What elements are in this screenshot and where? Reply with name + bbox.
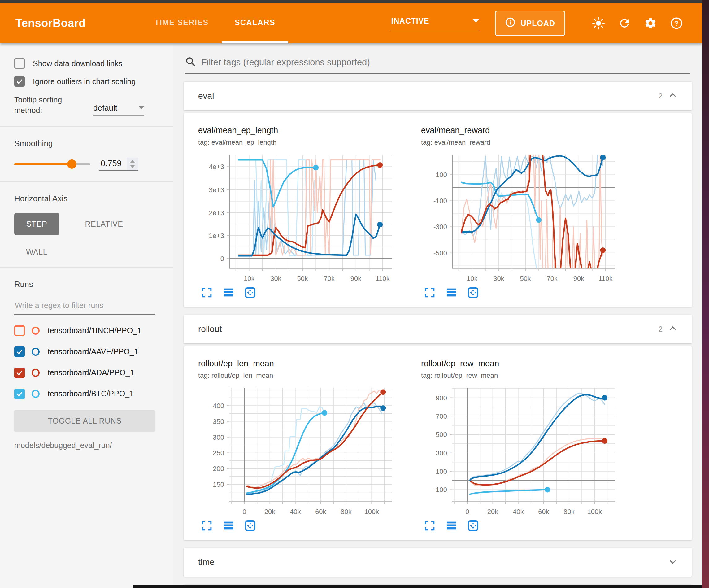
chart-card-rollout-ep-rew-mean: rollout/ep_rew_mean tag: rollout/ep_rew_… [421, 359, 619, 532]
settings-gear-icon[interactable] [644, 16, 658, 30]
svg-text:1e+3: 1e+3 [209, 232, 224, 240]
run-checkbox[interactable] [14, 367, 25, 378]
status-dropdown[interactable]: INACTIVE [391, 17, 479, 30]
slider-fill [14, 163, 72, 165]
svg-text:4e+3: 4e+3 [209, 163, 224, 171]
section-title: rollout [198, 324, 222, 334]
svg-text:90k: 90k [350, 275, 362, 282]
smoothing-input[interactable] [99, 158, 127, 170]
expand-chart-icon[interactable] [423, 286, 436, 299]
svg-text:0: 0 [465, 508, 469, 515]
runs-list-icon[interactable] [222, 519, 235, 532]
section-header-rollout[interactable]: rollout 2 [184, 315, 692, 343]
chart-plot[interactable]: 100-100-300-50010k30k50k70k90k110k [421, 151, 619, 286]
toggle-all-runs-button[interactable]: TOGGLE ALL RUNS [14, 410, 155, 432]
smoothing-section: Smoothing [0, 126, 174, 181]
chart-card-rollout-ep-len-mean: rollout/ep_len_mean tag: rollout/ep_len_… [198, 359, 396, 532]
chart-tag: tag: eval/mean_ep_length [198, 138, 396, 147]
run-row[interactable]: tensorboard/BTC/PPO_1 [14, 389, 174, 399]
tooltip-sorting-select[interactable]: default [93, 103, 144, 116]
chart-card-eval-mean-ep-length: eval/mean_ep_length tag: eval/mean_ep_le… [198, 126, 396, 299]
haxis-relative-button[interactable]: RELATIVE [76, 220, 132, 229]
show-download-links-checkbox[interactable]: Show data download links [14, 58, 174, 69]
section-header-eval[interactable]: eval 2 [184, 82, 692, 110]
chevron-down-icon[interactable] [668, 557, 677, 567]
help-icon[interactable]: ? [669, 16, 684, 30]
run-checkbox[interactable] [14, 347, 25, 357]
svg-text:-300: -300 [434, 223, 447, 231]
section-header-time[interactable]: time [184, 548, 692, 577]
svg-text:20k: 20k [264, 508, 275, 515]
run-row[interactable]: tensorboard/1INCH/PPO_1 [14, 326, 174, 336]
fit-domain-icon[interactable] [244, 286, 256, 299]
stepper-down-icon[interactable] [130, 165, 135, 168]
tag-filter-input[interactable] [201, 57, 690, 68]
svg-text:100: 100 [436, 467, 447, 475]
desktop-background-strip [702, 0, 709, 588]
svg-text:40k: 40k [513, 508, 524, 515]
runs-filter-input[interactable] [14, 299, 155, 315]
svg-text:80k: 80k [563, 508, 575, 515]
runs-list-icon[interactable] [222, 286, 235, 299]
info-icon [505, 17, 516, 29]
haxis-wall-button[interactable]: WALL [14, 248, 59, 257]
ignore-outliers-checkbox[interactable]: Ignore outliers in chart scaling [14, 76, 174, 87]
svg-text:70k: 70k [547, 275, 558, 282]
checkbox-label: Ignore outliers in chart scaling [33, 77, 136, 86]
chevron-up-icon[interactable] [668, 324, 677, 334]
appbar-actions: INACTIVE UPLOAD ? [391, 10, 684, 36]
chevron-up-icon[interactable] [668, 91, 677, 101]
slider-thumb[interactable] [67, 159, 77, 169]
svg-text:250: 250 [213, 449, 224, 457]
run-color-swatch [32, 390, 40, 398]
run-color-swatch [32, 327, 40, 335]
smoothing-slider[interactable] [14, 163, 90, 165]
run-row[interactable]: tensorboard/ADA/PPO_1 [14, 367, 174, 378]
tab-bar: TIME SERIES SCALARS [141, 3, 288, 43]
runs-list-icon[interactable] [445, 286, 457, 299]
svg-text:100k: 100k [364, 508, 379, 515]
checkbox-icon[interactable] [14, 58, 25, 69]
smoothing-stepper[interactable] [127, 158, 138, 170]
svg-text:350: 350 [213, 418, 224, 426]
chart-plot[interactable]: 01e+32e+33e+34e+310k30k50k70k90k110k [198, 151, 396, 286]
chart-tag: tag: rollout/ep_len_mean [198, 372, 396, 380]
expand-chart-icon[interactable] [201, 286, 213, 299]
svg-text:70k: 70k [324, 275, 335, 282]
checkbox-icon[interactable] [14, 76, 25, 87]
chart-card-eval-mean-reward: eval/mean_reward tag: eval/mean_reward 1… [421, 126, 619, 299]
smoothing-numbox [99, 158, 138, 171]
brightness-icon[interactable] [592, 16, 606, 30]
expand-chart-icon[interactable] [423, 519, 436, 532]
fit-domain-icon[interactable] [244, 519, 256, 532]
chart-plot[interactable]: 150200250300350400020k40k60k80k100k [198, 384, 396, 519]
chart-tag: tag: rollout/ep_rew_mean [421, 372, 619, 380]
svg-text:300: 300 [213, 434, 224, 441]
horizontal-axis-section: Horizontal Axis STEP RELATIVE WALL [0, 181, 174, 267]
stepper-up-icon[interactable] [130, 160, 135, 163]
svg-text:60k: 60k [315, 508, 326, 515]
svg-text:0: 0 [220, 255, 224, 262]
haxis-step-button[interactable]: STEP [14, 213, 59, 235]
chart-plot[interactable]: -100100300500700900020k40k60k80k100k [421, 384, 619, 519]
fit-domain-icon[interactable] [467, 519, 479, 532]
refresh-icon[interactable] [618, 16, 632, 30]
run-checkbox[interactable] [14, 389, 25, 399]
svg-text:?: ? [674, 20, 678, 27]
run-label: tensorboard/1INCH/PPO_1 [48, 326, 141, 335]
tooltip-sorting-label: Tooltip sorting method: [14, 95, 87, 116]
section-body-eval: eval/mean_ep_length tag: eval/mean_ep_le… [184, 113, 692, 307]
appbar: TensorBoard TIME SERIES SCALARS INACTIVE… [0, 3, 702, 43]
fit-domain-icon[interactable] [467, 286, 479, 299]
expand-chart-icon[interactable] [201, 519, 213, 532]
run-row[interactable]: tensorboard/AAVE/PPO_1 [14, 347, 174, 357]
runs-list-icon[interactable] [445, 519, 457, 532]
chevron-down-icon [472, 19, 479, 23]
svg-text:150: 150 [213, 481, 224, 488]
section-count: 2 [659, 92, 662, 100]
upload-button[interactable]: UPLOAD [495, 10, 565, 36]
tab-time-series[interactable]: TIME SERIES [141, 3, 222, 43]
run-label: tensorboard/BTC/PPO_1 [48, 389, 134, 398]
run-checkbox[interactable] [14, 326, 25, 336]
tab-scalars[interactable]: SCALARS [222, 3, 288, 43]
